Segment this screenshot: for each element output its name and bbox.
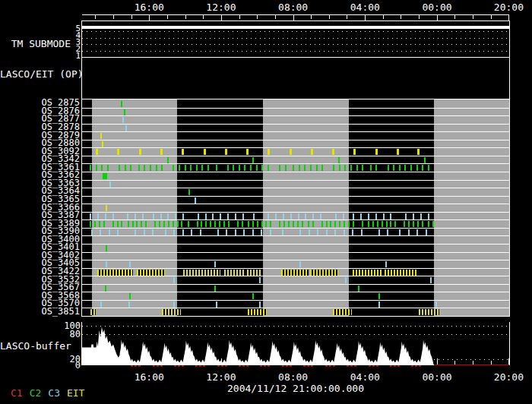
event-mark-c2 — [390, 221, 391, 227]
event-mark-c2 — [288, 221, 290, 227]
bottom-axis-minor-tick — [203, 361, 204, 365]
event-block-eit — [204, 270, 220, 276]
os-row-separator — [82, 140, 509, 140]
event-mark-c3 — [335, 213, 337, 219]
c1-event-red-dash — [290, 365, 292, 367]
event-mark-c3 — [259, 301, 261, 308]
event-mark-c3 — [253, 213, 255, 219]
event-mark-c2 — [150, 165, 151, 171]
event-block-c2 — [103, 173, 107, 179]
c1-event-red-dash — [268, 365, 270, 367]
event-mark-c3 — [259, 277, 261, 283]
event-mark-c2 — [321, 165, 323, 171]
event-mark-c3 — [122, 117, 124, 123]
top-axis-minor-tick — [185, 14, 186, 19]
c1-event-red-dash — [369, 365, 371, 367]
event-mark-c3 — [160, 213, 162, 219]
event-mark-c3 — [309, 229, 310, 235]
top-axis-line — [82, 14, 509, 15]
event-mark-c3 — [378, 301, 380, 308]
event-mark-c3 — [128, 301, 130, 308]
event-mark-eit — [332, 149, 334, 155]
event-mark-c3 — [305, 213, 306, 219]
event-mark-c2 — [252, 293, 254, 299]
event-mark-c2 — [121, 221, 122, 227]
top-axis-minor-tick — [257, 14, 258, 19]
event-mark-c2 — [107, 165, 109, 171]
event-mark-c3 — [282, 229, 283, 235]
event-mark-c3 — [387, 229, 388, 235]
event-mark-c2 — [344, 165, 346, 171]
os-row-separator — [82, 163, 509, 164]
event-mark-c2 — [339, 221, 340, 227]
event-mark-c2 — [310, 165, 312, 171]
os-row-separator — [82, 284, 509, 285]
event-mark-c3 — [317, 229, 318, 235]
event-mark-c3 — [227, 213, 229, 219]
event-mark-c3 — [205, 213, 207, 219]
event-mark-c2 — [163, 221, 165, 227]
event-block-eit — [353, 270, 383, 276]
event-mark-eit — [160, 149, 163, 155]
os-row-separator — [82, 131, 509, 132]
event-mark-c3 — [343, 213, 344, 219]
top-axis-minor-tick — [167, 14, 168, 19]
event-mark-c2 — [196, 165, 198, 171]
event-mark-eit — [268, 149, 270, 155]
event-mark-c2 — [375, 165, 377, 171]
event-mark-c2 — [377, 221, 378, 227]
top-axis-minor-tick — [491, 14, 492, 19]
event-mark-c2 — [201, 165, 203, 171]
os-row-separator — [82, 300, 509, 301]
event-block-eit — [385, 270, 417, 276]
event-mark-c2 — [308, 221, 309, 227]
event-mark-c3 — [226, 229, 227, 235]
event-mark-c2 — [106, 245, 107, 251]
os-row-separator — [82, 219, 509, 220]
c1-event-red-dash — [282, 365, 284, 367]
bottom-axis-minor-tick — [329, 361, 330, 365]
event-block-eit — [248, 309, 267, 315]
event-mark-c3 — [109, 229, 110, 235]
event-mark-c2 — [265, 221, 267, 227]
event-mark-c3 — [198, 213, 199, 219]
buffer-ytick-label: 0 — [0, 360, 81, 371]
event-mark-c2 — [154, 221, 156, 227]
event-mark-c2 — [219, 221, 220, 227]
c1-event-red-dash — [221, 365, 223, 367]
bottom-axis-minor-tick — [419, 361, 420, 365]
event-mark-c2 — [256, 165, 258, 171]
event-mark-c2 — [188, 221, 189, 227]
os-row-separator — [82, 156, 509, 156]
event-mark-c3 — [220, 213, 221, 219]
c1-event-red-dash — [195, 365, 198, 367]
event-mark-c2 — [348, 221, 350, 227]
os-row-separator — [82, 308, 509, 308]
top-axis-minor-tick — [401, 14, 401, 19]
event-mark-c2 — [207, 165, 209, 171]
event-mark-c2 — [330, 221, 331, 227]
event-mark-c2 — [144, 165, 145, 171]
c1-event-red-dash — [199, 365, 201, 367]
event-mark-c3 — [144, 229, 145, 235]
tm-submode-dotted-gridline — [82, 44, 509, 45]
event-mark-c2 — [138, 165, 140, 171]
event-mark-c2 — [90, 165, 91, 171]
event-mark-c2 — [404, 221, 405, 227]
c1-event-red-dash — [390, 365, 392, 367]
c1-event-red-dash — [372, 365, 375, 367]
event-mark-eit — [117, 149, 119, 155]
event-mark-eit — [100, 133, 102, 139]
event-mark-c3 — [173, 277, 175, 283]
event-mark-c2 — [285, 165, 287, 171]
event-mark-c2 — [350, 165, 352, 171]
event-mark-c3 — [345, 277, 347, 283]
event-mark-c2 — [214, 221, 216, 227]
event-mark-c3 — [344, 229, 345, 235]
event-mark-eit — [246, 149, 249, 155]
bottom-axis-major-tick — [149, 358, 150, 365]
event-mark-c2 — [223, 221, 225, 227]
event-mark-c2 — [101, 165, 103, 171]
event-mark-c2 — [297, 221, 299, 227]
event-mark-c3 — [217, 229, 219, 235]
